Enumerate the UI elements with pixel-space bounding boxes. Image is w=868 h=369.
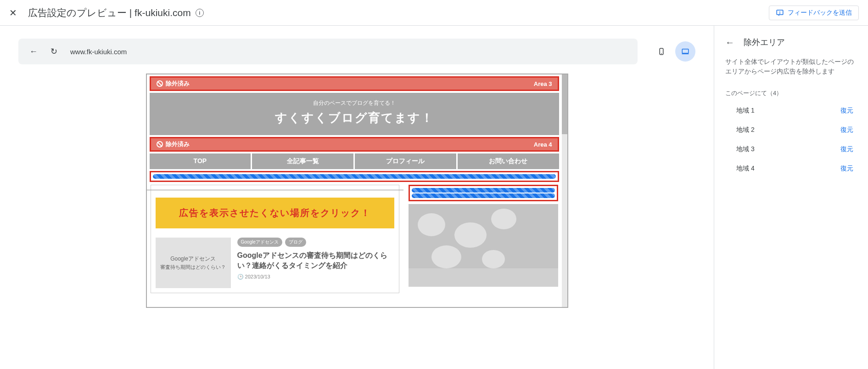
hero-title: すくすくブログ育てます！	[150, 110, 559, 126]
back-arrow-icon[interactable]: ←	[725, 37, 734, 48]
feedback-icon	[776, 9, 784, 17]
svg-point-1	[780, 13, 780, 13]
restore-link[interactable]: 復元	[840, 145, 853, 153]
article-date: 🕒 2023/10/13	[237, 274, 395, 280]
area-row: 地域 4 復元	[725, 159, 857, 178]
info-icon[interactable]: i	[196, 9, 204, 17]
scrollbar[interactable]	[562, 74, 567, 307]
sidebar-image	[409, 204, 558, 287]
device-mobile-button[interactable]	[651, 41, 672, 62]
sidebar-column	[409, 185, 558, 293]
restore-link[interactable]: 復元	[840, 107, 853, 115]
desktop-icon	[681, 47, 689, 56]
page-title: 広告設定のプレビュー | fk-ukiuki.com	[28, 6, 191, 19]
mobile-icon	[657, 47, 666, 56]
panel-title: 除外エリア	[744, 37, 785, 48]
restore-link[interactable]: 復元	[840, 165, 853, 173]
back-icon[interactable]: ←	[29, 47, 38, 57]
article-thumbnail: Googleアドセンス 審査待ち期間はどのくらい？	[156, 238, 231, 288]
ad-slot[interactable]	[409, 185, 558, 201]
svg-rect-4	[682, 49, 689, 53]
area-row: 地域 1 復元	[725, 101, 857, 120]
tag[interactable]: ブログ	[285, 238, 306, 247]
panel-description: サイト全体でレイアウトが類似したページのエリアからページ内広告を除外します	[725, 57, 857, 76]
site-nav: TOP 全記事一覧 プロフィール お問い合わせ	[150, 153, 559, 169]
excluded-area-banner[interactable]: 除外済み Area 4	[150, 137, 559, 152]
area-row: 地域 3 復元	[725, 140, 857, 159]
hero-section: 自分のペースでブログを育てる！ すくすくブログ育てます！	[150, 93, 559, 135]
feedback-button[interactable]: フィードバックを送信	[769, 6, 859, 20]
top-bar: ✕ 広告設定のプレビュー | fk-ukiuki.com i フィードバックを送…	[0, 0, 868, 26]
excluded-area-banner[interactable]: 除外済み Area 3	[150, 76, 559, 91]
hero-subtitle: 自分のペースでブログを育てる！	[150, 99, 559, 107]
preview-area: ← ↻ www.fk-ukiuki.com 除外済み Area 3	[0, 26, 714, 369]
url-text: www.fk-ukiuki.com	[70, 48, 127, 56]
article-item[interactable]: Googleアドセンス 審査待ち期間はどのくらい？ Googleアドセンス ブロ…	[156, 238, 395, 288]
exclusion-panel: ← 除外エリア サイト全体でレイアウトが類似したページのエリアからページ内広告を…	[714, 26, 868, 369]
prohibit-icon	[157, 80, 163, 87]
instruction-banner: 広告を表示させたくない場所をクリック！	[156, 198, 395, 228]
area-row: 地域 2 復元	[725, 120, 857, 140]
nav-item-all[interactable]: 全記事一覧	[252, 153, 353, 169]
restore-link[interactable]: 復元	[840, 126, 853, 134]
feedback-label: フィードバックを送信	[788, 9, 852, 17]
reload-icon[interactable]: ↻	[50, 46, 57, 57]
nav-item-contact[interactable]: お問い合わせ	[458, 153, 559, 169]
tag[interactable]: Googleアドセンス	[237, 238, 282, 247]
site-preview-frame: 除外済み Area 3 自分のペースでブログを育てる！ すくすくブログ育てます！…	[146, 74, 568, 308]
prohibit-icon	[157, 141, 163, 148]
close-icon[interactable]: ✕	[9, 7, 17, 18]
device-desktop-button[interactable]	[675, 41, 695, 62]
nav-item-top[interactable]: TOP	[150, 153, 251, 169]
panel-count-label: このページにて（4）	[725, 89, 857, 97]
article-title: Googleアドセンスの審査待ち期間はどのくらい？連絡がくるタイミングを紹介	[237, 250, 395, 271]
ad-slot[interactable]	[150, 171, 559, 182]
nav-item-profile[interactable]: プロフィール	[355, 153, 456, 169]
main-column: 広告を表示させたくない場所をクリック！ Googleアドセンス 審査待ち期間はど…	[151, 185, 400, 293]
url-bar: ← ↻ www.fk-ukiuki.com	[18, 39, 638, 64]
